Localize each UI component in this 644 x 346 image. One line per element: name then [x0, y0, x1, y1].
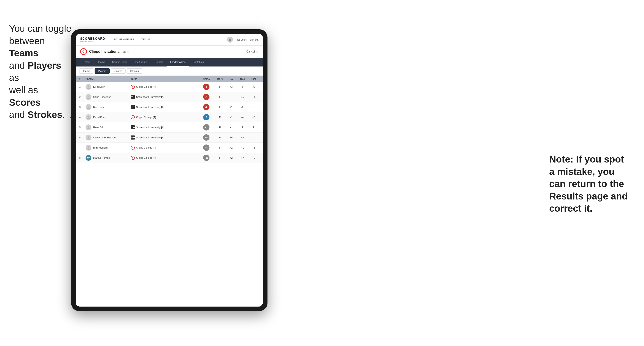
logo-area: SCOREBOARD Powered by clippd — [80, 37, 105, 42]
total-score: +6 — [198, 134, 214, 141]
table-row[interactable]: 4 David Ford C Clippd College [A] E F +1… — [76, 112, 263, 122]
score-badge: +8 — [203, 145, 210, 151]
nav-right: Test User | Sign out — [227, 37, 258, 43]
player-name: Blair McHarg — [93, 146, 108, 149]
player-avatar — [86, 135, 92, 141]
clippd-logo: C — [80, 48, 87, 55]
note-label: Note: If you spot a mistake, you can ret… — [549, 154, 628, 214]
nav-teams[interactable]: TEAMS — [138, 35, 154, 44]
player-avatar — [86, 145, 92, 151]
toggle-teams-button[interactable]: Teams — [79, 68, 93, 74]
row-num: 1 — [79, 85, 86, 88]
leaderboard-table: 1 Elliot Ebert C Clippd College [A] -8 F… — [76, 82, 263, 307]
tablet-shell: SCOREBOARD Powered by clippd TOURNAMENTS… — [71, 29, 268, 311]
tournament-header: C Clippd Invitational (Men) Cancel ✕ — [76, 45, 263, 58]
score-badge: -2 — [203, 104, 210, 110]
rd2-val: +1 — [237, 146, 248, 149]
svg-point-5 — [88, 96, 90, 97]
svg-point-9 — [88, 116, 90, 118]
row-num: 5 — [79, 126, 86, 129]
nav-tournaments[interactable]: TOURNAMENTS — [110, 35, 137, 44]
tab-teams[interactable]: Teams — [94, 58, 108, 66]
col-header-rd3: RD3 — [248, 78, 259, 80]
svg-point-11 — [88, 126, 90, 128]
rd3-val: +3 — [248, 116, 259, 119]
svg-point-13 — [88, 136, 90, 138]
svg-point-14 — [87, 138, 90, 140]
team-area: Scoreboard University [A] — [131, 95, 198, 99]
svg-point-3 — [88, 85, 90, 87]
cancel-button[interactable]: Cancel ✕ — [246, 50, 258, 53]
user-avatar — [227, 37, 233, 43]
nav-links: TOURNAMENTS TEAMS — [110, 35, 227, 44]
tab-details[interactable]: Details — [79, 58, 94, 66]
tournament-title-area: C Clippd Invitational (Men) — [80, 48, 129, 55]
col-header-rd1: RD1 — [226, 78, 237, 80]
col-header-total: TOTAL — [198, 78, 214, 80]
tablet-screen: SCOREBOARD Powered by clippd TOURNAMENTS… — [76, 34, 263, 307]
row-num: 6 — [79, 136, 86, 139]
table-header: # PLAYER TEAM TOTAL THRU RD1 RD2 RD3 — [76, 76, 263, 82]
player-name: Elliot Ebert — [93, 85, 105, 88]
col-header-thru: THRU — [214, 78, 226, 80]
table-row[interactable]: 7 Blair McHarg C Clippd College [A] +8 F… — [76, 143, 263, 153]
rd3-val: +6 — [248, 146, 259, 149]
thru-val: F — [214, 106, 226, 108]
tournament-gender: (Men) — [122, 50, 129, 53]
table-row[interactable]: 3 Rich Butler Scoreboard University [A] … — [76, 102, 263, 112]
svg-point-8 — [87, 108, 90, 109]
toggle-scores-button[interactable]: Scores — [111, 68, 126, 74]
player-area: Elliot Ebert — [86, 84, 131, 90]
table-row[interactable]: 1 Elliot Ebert C Clippd College [A] -8 F… — [76, 82, 263, 92]
tab-printables[interactable]: Printables — [189, 58, 208, 66]
tab-tee-groups[interactable]: Tee Groups — [131, 58, 151, 66]
thru-val: F — [214, 157, 226, 159]
tournament-name: Clippd Invitational (Men) — [89, 50, 129, 54]
toggle-strokes-button[interactable]: Strokes — [127, 68, 142, 74]
score-badge: +1 — [203, 124, 210, 131]
team-name: Scoreboard University [A] — [136, 96, 164, 98]
table-row[interactable]: 5 Rees Britt Scoreboard University [A] +… — [76, 122, 263, 133]
team-name: Clippd College [A] — [136, 146, 156, 149]
team-area: C Clippd College [A] — [131, 146, 198, 150]
tab-leaderboards[interactable]: Leaderboards — [166, 58, 189, 66]
player-area: MT Marcus Turners — [86, 155, 131, 161]
tab-results[interactable]: Results — [151, 58, 166, 66]
table-row[interactable]: 6 Cameron Robertson Scoreboard Universit… — [76, 133, 263, 143]
team-area: Scoreboard University [A] — [131, 125, 198, 129]
nav-bar: SCOREBOARD Powered by clippd TOURNAMENTS… — [76, 34, 263, 45]
sign-out-link[interactable]: Sign out — [250, 38, 258, 41]
cancel-x-icon: ✕ — [256, 50, 258, 53]
player-name: Chris Robertson — [93, 96, 111, 98]
rd2-val: E — [237, 126, 248, 129]
table-row[interactable]: 8 MT Marcus Turners C Clippd College [A]… — [76, 153, 263, 163]
sub-nav: Details Teams Course Setup Tee Groups Re… — [76, 58, 263, 66]
row-num: 8 — [79, 157, 86, 159]
row-num: 4 — [79, 116, 86, 119]
rd1-val: -5 — [226, 96, 237, 98]
player-name: Rich Butler — [93, 106, 106, 108]
svg-point-16 — [87, 149, 90, 150]
thru-val: F — [214, 146, 226, 149]
toggle-players-button[interactable]: Players — [94, 68, 110, 74]
svg-point-6 — [87, 98, 90, 99]
team-area: C Clippd College [A] — [131, 156, 198, 160]
svg-point-4 — [87, 88, 90, 89]
player-avatar — [86, 124, 92, 130]
tab-course-setup[interactable]: Course Setup — [108, 58, 131, 66]
strokes-bold: Strokes — [28, 109, 62, 120]
table-row[interactable]: 2 Chris Robertson Scoreboard University … — [76, 92, 263, 102]
score-badge: -8 — [203, 84, 210, 90]
rd3-val: +2 — [248, 157, 259, 159]
team-area: C Clippd College [A] — [131, 85, 198, 89]
player-area: Chris Robertson — [86, 94, 131, 100]
svg-point-7 — [88, 106, 90, 108]
player-area: Blair McHarg — [86, 145, 131, 151]
total-score: +1 — [198, 124, 214, 131]
col-header-rd2: RD2 — [237, 78, 248, 80]
player-name: Marcus Turners — [93, 157, 110, 159]
rd2-val: -2 — [237, 106, 248, 108]
thru-val: F — [214, 136, 226, 139]
thru-val: F — [214, 126, 226, 129]
thru-val: F — [214, 85, 226, 88]
